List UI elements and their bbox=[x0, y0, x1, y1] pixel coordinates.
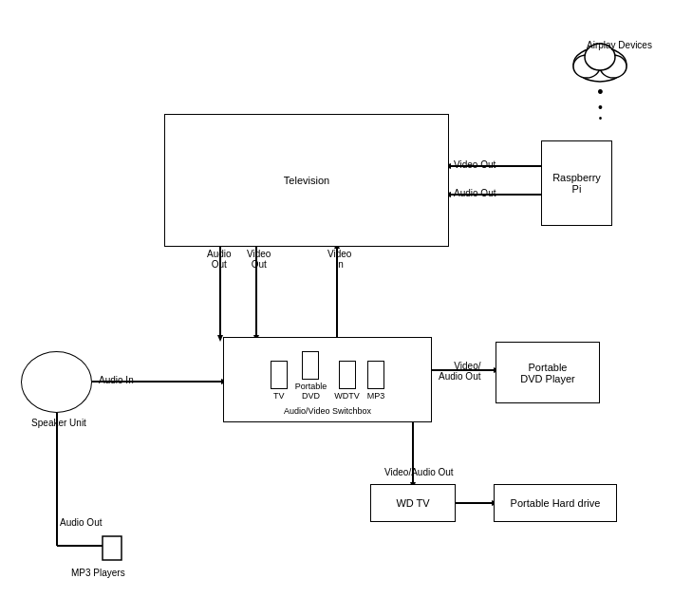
diagram: • • • Airplay Devices Television Video O… bbox=[0, 0, 692, 616]
portable-hd-box: Portable Hard drive bbox=[494, 484, 617, 522]
audio-out-label: Audio Out bbox=[454, 188, 496, 198]
television-box: Television bbox=[164, 114, 449, 247]
audio-out-mp3-label: Audio Out bbox=[60, 517, 102, 528]
svg-rect-14 bbox=[103, 536, 122, 560]
audio-out-tv-label: AudioOut bbox=[207, 249, 232, 270]
video-out-tv-label: VideoOut bbox=[247, 249, 271, 270]
video-audio-out-dvd-label: Video/Audio Out bbox=[439, 361, 480, 382]
speaker-unit-oval bbox=[21, 351, 92, 413]
raspberry-pi-box: RaspberryPi bbox=[541, 140, 612, 226]
tv-input-label: TV bbox=[273, 391, 285, 401]
audio-in-label: Audio In bbox=[99, 375, 134, 385]
switchbox-label: Audio/Video Switchbox bbox=[284, 406, 371, 416]
television-label: Television bbox=[284, 175, 329, 186]
speaker-unit-label: Speaker Unit bbox=[21, 418, 97, 428]
video-in-label: VideoIn bbox=[327, 249, 351, 270]
portable-dvd-input-label: PortableDVD bbox=[295, 382, 327, 401]
mp3-input-label: MP3 bbox=[367, 391, 385, 401]
video-audio-out-wd-label: Video/Audio Out bbox=[384, 467, 454, 477]
wd-tv-box: WD TV bbox=[370, 484, 456, 522]
portable-hd-label: Portable Hard drive bbox=[511, 497, 601, 509]
wd-tv-label: WD TV bbox=[396, 497, 429, 509]
mp3-players-label: MP3 Players bbox=[71, 568, 125, 578]
portable-dvd-box: PortableDVD Player bbox=[496, 342, 600, 403]
video-out-label: Video Out bbox=[454, 159, 496, 170]
portable-dvd-label: PortableDVD Player bbox=[520, 362, 574, 384]
airplay-label: Airplay Devices bbox=[587, 40, 652, 50]
raspberry-pi-label: RaspberryPi bbox=[552, 172, 601, 195]
wdtv-input-label: WDTV bbox=[334, 391, 360, 401]
switchbox-box: TV PortableDVD WDTV MP3 Audio/Video Swit… bbox=[223, 337, 432, 422]
